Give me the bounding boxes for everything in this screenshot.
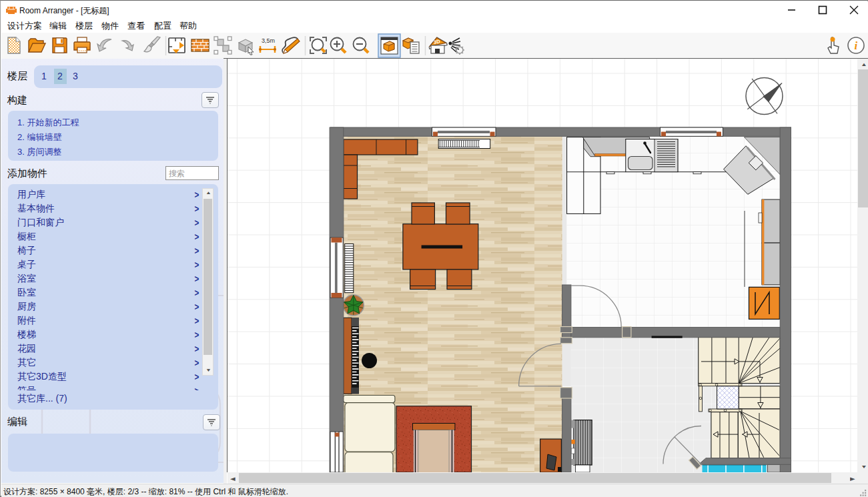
svg-text:i: i <box>855 39 858 52</box>
svg-text:3,5m: 3,5m <box>262 37 275 44</box>
